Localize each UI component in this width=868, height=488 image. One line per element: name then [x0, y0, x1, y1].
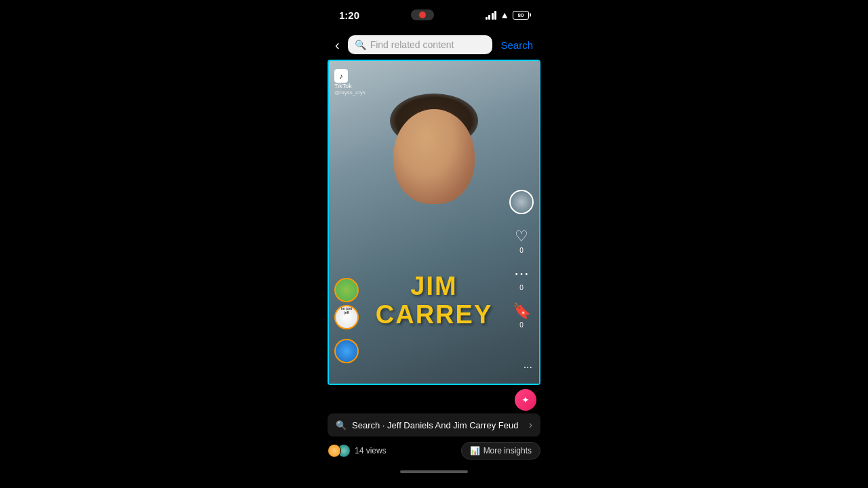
tiktok-label: TikTok	[334, 83, 366, 89]
bookmark-count: 0	[519, 321, 524, 329]
more-options[interactable]: ···	[524, 361, 532, 373]
search-icon: 🔍	[355, 39, 366, 50]
bottom-area: ✦ 🔍 Search · Jeff Daniels And Jim Carrey…	[328, 385, 540, 466]
name-overlay: JIM CARREY	[376, 272, 492, 329]
sticker-1	[334, 278, 359, 302]
suggestion-left: 🔍 Search · Jeff Daniels And Jim Carrey F…	[336, 420, 518, 430]
pink-icon-row: ✦	[328, 389, 540, 411]
face-shape	[393, 109, 475, 204]
status-right: ▲ 80	[486, 9, 529, 20]
search-button[interactable]: Search	[498, 39, 536, 51]
recording-dot	[419, 12, 426, 18]
views-count: 14 views	[355, 446, 387, 455]
search-suggestion[interactable]: 🔍 Search · Jeff Daniels And Jim Carrey F…	[328, 413, 540, 436]
search-bar-row: ‹ 🔍 Find related content Search	[326, 30, 542, 60]
insights-label: More insights	[484, 446, 532, 455]
name-line1: JIM	[376, 272, 492, 301]
bookmark-button[interactable]: 🔖 0	[513, 302, 531, 329]
video-background	[329, 61, 539, 384]
search-input[interactable]: Find related content	[370, 39, 486, 50]
more-insights-button[interactable]: 📊 More insights	[461, 442, 540, 460]
mini-avatar-1	[328, 444, 341, 458]
chart-icon: 📊	[470, 446, 480, 455]
like-count: 0	[519, 247, 524, 254]
sticker-2: im justjeff	[334, 305, 359, 329]
comment-button[interactable]: ⋯ 0	[514, 265, 529, 291]
tiktok-branding: ♪ TikTok @myss_crys	[334, 69, 366, 96]
creator-avatar[interactable]	[509, 190, 534, 214]
bookmark-icon: 🔖	[513, 302, 531, 320]
like-button[interactable]: ♡ 0	[515, 228, 528, 254]
sticker-3	[334, 339, 359, 363]
tiktok-logo: ♪	[334, 69, 348, 83]
username-label: @myss_crys	[334, 89, 366, 96]
phone-frame: 1:20 ▲ 80 ‹ 🔍 Find related content Searc…	[326, 0, 542, 488]
stats-row: 14 views 📊 More insights	[328, 439, 540, 462]
name-line2: CARREY	[376, 301, 492, 329]
suggestion-text: Search · Jeff Daniels And Jim Carrey Feu…	[352, 420, 518, 430]
mini-avatars	[328, 444, 351, 458]
suggestion-arrow-icon: ›	[529, 419, 532, 431]
status-bar: 1:20 ▲ 80	[326, 0, 542, 30]
video-container: ♪ TikTok @myss_crys JIM CARREY im justje…	[328, 60, 540, 385]
suggestion-search-icon: 🔍	[336, 420, 347, 430]
right-actions: ♡ 0 ⋯ 0 🔖 0	[509, 190, 534, 329]
home-indicator	[400, 470, 468, 473]
signal-icon	[486, 10, 497, 20]
battery-icon: 80	[513, 11, 529, 20]
heart-icon: ♡	[515, 228, 528, 245]
comment-icon: ⋯	[514, 265, 529, 283]
sticker-2-text: im justjeff	[336, 306, 357, 314]
status-time: 1:20	[339, 9, 359, 21]
video-frame	[329, 61, 539, 384]
wifi-icon: ▲	[500, 9, 509, 20]
back-button[interactable]: ‹	[332, 35, 342, 56]
share-icon[interactable]: ✦	[515, 389, 536, 411]
views-left: 14 views	[328, 444, 387, 458]
comment-count: 0	[519, 284, 524, 291]
search-input-wrap[interactable]: 🔍 Find related content	[348, 35, 493, 54]
status-pill	[411, 9, 434, 20]
